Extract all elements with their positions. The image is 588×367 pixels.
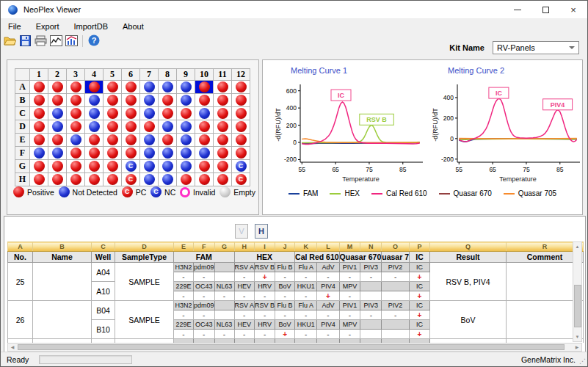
- cell-well[interactable]: B10: [92, 320, 115, 339]
- well-F6[interactable]: [122, 147, 140, 160]
- grid-col-F[interactable]: F: [194, 242, 215, 252]
- well-C1[interactable]: [30, 107, 48, 120]
- value-cell[interactable]: -: [234, 330, 255, 339]
- minimize-button[interactable]: [504, 1, 531, 18]
- marker-cell[interactable]: AdV: [317, 301, 339, 310]
- menu-about[interactable]: About: [115, 21, 151, 32]
- cell-no[interactable]: 26: [8, 301, 33, 339]
- well-H2[interactable]: [48, 173, 67, 186]
- value-cell[interactable]: -: [275, 291, 295, 301]
- horizontal-scrollbar[interactable]: ◀ ▶: [7, 343, 582, 352]
- well-A11[interactable]: [214, 81, 232, 94]
- grid-col-I[interactable]: I: [255, 242, 275, 252]
- well-E6[interactable]: [122, 134, 140, 147]
- well-E12[interactable]: [232, 134, 250, 147]
- grid-col-J[interactable]: J: [275, 242, 295, 252]
- marker-cell[interactable]: RSV A: [234, 263, 255, 272]
- well-G11[interactable]: [214, 160, 232, 173]
- value-cell[interactable]: -: [194, 291, 215, 301]
- marker-cell[interactable]: PIV1: [339, 301, 360, 310]
- well-G7[interactable]: [140, 160, 159, 173]
- toolbar-help-button[interactable]: ?: [86, 34, 101, 48]
- marker-cell[interactable]: PIV4: [317, 282, 339, 291]
- well-G3[interactable]: [67, 160, 85, 173]
- well-C6[interactable]: [122, 107, 140, 120]
- maximize-button[interactable]: [531, 1, 559, 18]
- well-A10[interactable]: [195, 81, 214, 94]
- horizontal-layout-button[interactable]: H: [255, 224, 268, 239]
- value-cell[interactable]: +: [410, 291, 430, 301]
- well-E9[interactable]: [177, 134, 195, 147]
- marker-cell[interactable]: pdm09: [194, 301, 215, 310]
- marker-cell[interactable]: IC: [410, 263, 430, 272]
- vertical-layout-button[interactable]: V: [235, 224, 248, 239]
- marker-cell[interactable]: H3N2: [174, 301, 194, 310]
- well-F9[interactable]: [177, 147, 195, 160]
- well-A4[interactable]: [85, 81, 104, 94]
- marker-cell[interactable]: 229E: [174, 320, 194, 330]
- grid-col-P[interactable]: P: [410, 242, 430, 252]
- well-D5[interactable]: [104, 120, 122, 134]
- marker-cell[interactable]: HRV: [255, 282, 275, 291]
- cell-well[interactable]: B04: [92, 301, 115, 320]
- well-E1[interactable]: [30, 134, 48, 147]
- toolbar-melt-chart-button[interactable]: [48, 34, 64, 48]
- well-B10[interactable]: [195, 94, 214, 107]
- well-C7[interactable]: [140, 107, 159, 120]
- marker-cell[interactable]: HEV: [234, 320, 255, 330]
- well-C2[interactable]: [48, 107, 67, 120]
- marker-cell[interactable]: PIV1: [339, 263, 360, 272]
- marker-cell[interactable]: [360, 320, 382, 330]
- well-A3[interactable]: [67, 81, 85, 94]
- cell-no[interactable]: 25: [8, 263, 33, 301]
- value-cell[interactable]: -: [174, 310, 194, 320]
- toolbar-open-button[interactable]: [2, 34, 18, 48]
- value-cell[interactable]: -: [360, 272, 382, 282]
- cell-sampletype[interactable]: SAMPLE: [115, 263, 174, 301]
- cell-name[interactable]: [33, 301, 92, 339]
- value-cell[interactable]: -: [174, 272, 194, 282]
- well-B6[interactable]: [122, 94, 140, 107]
- marker-cell[interactable]: HKU1: [295, 282, 317, 291]
- well-G12[interactable]: C: [232, 160, 250, 173]
- grid-col-C[interactable]: C: [92, 242, 115, 252]
- scroll-down-icon[interactable]: ▼: [573, 333, 581, 341]
- value-cell[interactable]: -: [234, 272, 255, 282]
- well-E10[interactable]: [195, 134, 214, 147]
- well-G4[interactable]: [85, 160, 104, 173]
- well-D1[interactable]: [30, 120, 48, 134]
- cell-result[interactable]: RSV B, PIV4: [430, 263, 507, 301]
- marker-cell[interactable]: [360, 282, 382, 291]
- marker-cell[interactable]: 229E: [174, 282, 194, 291]
- well-B12[interactable]: [232, 94, 250, 107]
- grid-col-M[interactable]: M: [339, 242, 360, 252]
- well-C3[interactable]: [67, 107, 85, 120]
- well-B2[interactable]: [48, 94, 67, 107]
- well-G9[interactable]: [177, 160, 195, 173]
- well-A8[interactable]: [159, 81, 177, 94]
- marker-cell[interactable]: [382, 282, 410, 291]
- grid-col-D[interactable]: D: [115, 242, 174, 252]
- well-G10[interactable]: [195, 160, 214, 173]
- marker-cell[interactable]: AdV: [317, 263, 339, 272]
- well-F3[interactable]: [67, 147, 85, 160]
- well-F4[interactable]: [85, 147, 104, 160]
- grid-col-L[interactable]: L: [317, 242, 339, 252]
- well-B9[interactable]: [177, 94, 195, 107]
- grid-col-O[interactable]: O: [382, 242, 410, 252]
- well-C9[interactable]: [177, 107, 195, 120]
- well-H9[interactable]: [177, 173, 195, 186]
- value-cell[interactable]: [360, 330, 382, 339]
- marker-cell[interactable]: Flu A: [295, 263, 317, 272]
- marker-cell[interactable]: [382, 320, 410, 330]
- vertical-scroll-thumb[interactable]: [574, 285, 581, 327]
- value-cell[interactable]: -: [255, 330, 275, 339]
- value-cell[interactable]: -: [295, 272, 317, 282]
- grid-col-E[interactable]: E: [174, 242, 194, 252]
- value-cell[interactable]: [214, 272, 234, 282]
- well-H8[interactable]: [159, 173, 177, 186]
- cell-result[interactable]: BoV: [430, 301, 507, 339]
- menu-file[interactable]: File: [1, 21, 29, 32]
- well-G8[interactable]: [159, 160, 177, 173]
- marker-cell[interactable]: IC: [410, 320, 430, 330]
